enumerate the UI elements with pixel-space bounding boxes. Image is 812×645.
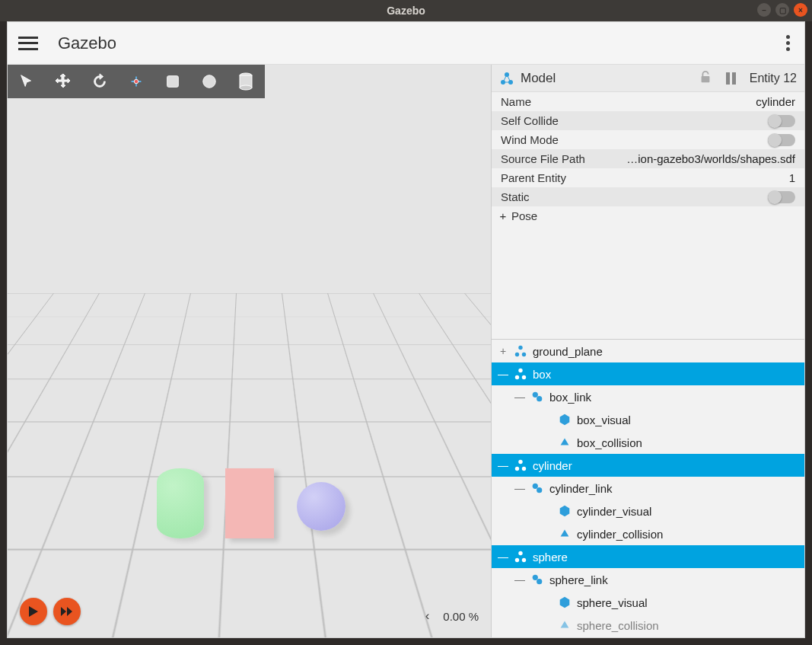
svg-point-16 bbox=[533, 392, 538, 398]
insert-sphere-button[interactable] bbox=[196, 69, 222, 94]
entity-tree[interactable]: + ground_plane — box — box_link bbox=[492, 339, 804, 637]
tree-expand-icon[interactable]: + bbox=[498, 345, 508, 357]
svg-point-27 bbox=[537, 579, 542, 584]
model-icon bbox=[513, 458, 528, 473]
link-icon bbox=[530, 389, 545, 404]
tree-collapse-icon[interactable]: — bbox=[514, 391, 525, 403]
status-expand-icon[interactable]: ‹ bbox=[425, 608, 430, 624]
inspector-panel: Model Entity 12 Name cylinder Self Colli… bbox=[491, 65, 804, 637]
tree-collapse-icon[interactable]: — bbox=[498, 551, 508, 563]
svg-point-22 bbox=[537, 487, 542, 493]
tree-node-cylinder-visual[interactable]: cylinder_visual bbox=[492, 500, 804, 522]
collision-icon bbox=[557, 526, 572, 541]
viewport-box-shape[interactable] bbox=[225, 468, 274, 538]
prop-static: Static bbox=[492, 187, 804, 206]
inspector-header: Model Entity 12 bbox=[492, 65, 804, 92]
svg-point-25 bbox=[522, 558, 526, 562]
tree-node-ground-plane[interactable]: + ground_plane bbox=[492, 340, 804, 362]
tree-node-sphere[interactable]: — sphere bbox=[492, 545, 804, 568]
window-titlebar: Gazebo – ▢ × bbox=[0, 0, 812, 21]
tree-node-box-link[interactable]: — box_link bbox=[492, 385, 804, 408]
pause-inspector-button[interactable] bbox=[726, 72, 736, 85]
app-title: Gazebo bbox=[58, 34, 116, 53]
tree-collapse-icon[interactable]: — bbox=[514, 573, 525, 586]
svg-point-26 bbox=[533, 575, 538, 580]
tree-node-sphere-visual[interactable]: sphere_visual bbox=[492, 591, 804, 614]
tree-node-cylinder-link[interactable]: — cylinder_link bbox=[492, 477, 804, 500]
collision-icon bbox=[557, 435, 572, 450]
prop-parent-entity: Parent Entity 1 bbox=[492, 168, 804, 187]
tree-node-sphere-collision[interactable]: sphere_collision bbox=[492, 614, 804, 637]
app-topbar: Gazebo bbox=[8, 22, 804, 65]
insert-box-button[interactable] bbox=[160, 69, 186, 94]
self-collide-toggle[interactable] bbox=[768, 115, 795, 127]
svg-point-12 bbox=[522, 353, 526, 356]
svg-point-14 bbox=[515, 375, 519, 379]
visual-icon bbox=[557, 412, 572, 427]
model-icon bbox=[513, 366, 528, 382]
close-button[interactable]: × bbox=[794, 3, 807, 17]
svg-point-21 bbox=[533, 484, 538, 489]
tree-collapse-icon[interactable]: — bbox=[498, 368, 508, 380]
playback-controls bbox=[20, 598, 81, 625]
inspector-type-label: Model bbox=[521, 71, 556, 86]
link-icon bbox=[530, 572, 545, 587]
svg-point-18 bbox=[518, 460, 522, 464]
entity-id-label: Entity 12 bbox=[750, 72, 797, 85]
svg-point-20 bbox=[522, 467, 526, 471]
maximize-button[interactable]: ▢ bbox=[775, 3, 789, 17]
svg-point-15 bbox=[522, 375, 526, 379]
tree-node-cylinder[interactable]: — cylinder bbox=[492, 454, 804, 477]
link-icon bbox=[530, 481, 545, 496]
model-icon bbox=[513, 343, 528, 359]
svg-point-23 bbox=[518, 551, 522, 555]
select-tool-button[interactable] bbox=[14, 69, 40, 94]
visual-icon bbox=[557, 503, 572, 519]
tree-collapse-icon[interactable]: — bbox=[498, 459, 508, 471]
prop-name-value: cylinder bbox=[615, 95, 795, 108]
play-button[interactable] bbox=[20, 598, 47, 625]
tree-collapse-icon[interactable]: — bbox=[514, 482, 525, 494]
app-window: Gazebo ‹ 0.00 % bbox=[7, 21, 805, 638]
translate-tool-button[interactable] bbox=[50, 69, 76, 94]
overflow-menu-button[interactable] bbox=[779, 30, 797, 57]
svg-point-5 bbox=[240, 85, 252, 90]
tree-node-box-collision[interactable]: box_collision bbox=[492, 431, 804, 454]
tree-node-sphere-link[interactable]: — sphere_link bbox=[492, 568, 804, 591]
svg-rect-9 bbox=[701, 76, 709, 82]
wind-mode-toggle[interactable] bbox=[768, 134, 795, 146]
prop-name: Name cylinder bbox=[492, 92, 804, 111]
minimize-button[interactable]: – bbox=[757, 3, 771, 17]
svg-point-13 bbox=[518, 369, 522, 372]
pose-expand-icon[interactable]: + bbox=[498, 209, 508, 222]
svg-point-19 bbox=[515, 467, 519, 471]
tree-node-box[interactable]: — box bbox=[492, 362, 804, 385]
viewport-toolbar bbox=[8, 65, 265, 98]
prop-self-collide: Self Collide bbox=[492, 111, 804, 130]
prop-parent-entity-value: 1 bbox=[615, 171, 795, 184]
transform-tool-button[interactable] bbox=[123, 69, 149, 94]
hamburger-menu-button[interactable] bbox=[18, 37, 38, 50]
lock-icon[interactable] bbox=[699, 70, 712, 87]
static-toggle[interactable] bbox=[768, 191, 795, 203]
step-forward-button[interactable] bbox=[53, 598, 81, 625]
viewport-status: ‹ 0.00 % bbox=[425, 608, 479, 624]
prop-pose[interactable]: + Pose bbox=[492, 206, 804, 225]
model-icon bbox=[499, 71, 514, 86]
3d-viewport[interactable]: ‹ 0.00 % bbox=[8, 65, 491, 637]
svg-point-24 bbox=[515, 558, 519, 562]
visual-icon bbox=[557, 595, 572, 610]
insert-cylinder-button[interactable] bbox=[233, 69, 259, 94]
viewport-cylinder-shape[interactable] bbox=[157, 468, 204, 538]
viewport-grid bbox=[8, 293, 491, 637]
prop-wind-mode: Wind Mode bbox=[492, 130, 804, 149]
model-icon bbox=[513, 549, 528, 564]
window-title: Gazebo bbox=[387, 5, 425, 17]
svg-rect-1 bbox=[167, 76, 179, 88]
svg-point-0 bbox=[134, 79, 139, 84]
viewport-sphere-shape[interactable] bbox=[297, 482, 345, 531]
tree-node-cylinder-collision[interactable]: cylinder_collision bbox=[492, 522, 804, 545]
rotate-tool-button[interactable] bbox=[87, 69, 113, 94]
tree-node-box-visual[interactable]: box_visual bbox=[492, 408, 804, 431]
svg-point-10 bbox=[518, 346, 522, 350]
